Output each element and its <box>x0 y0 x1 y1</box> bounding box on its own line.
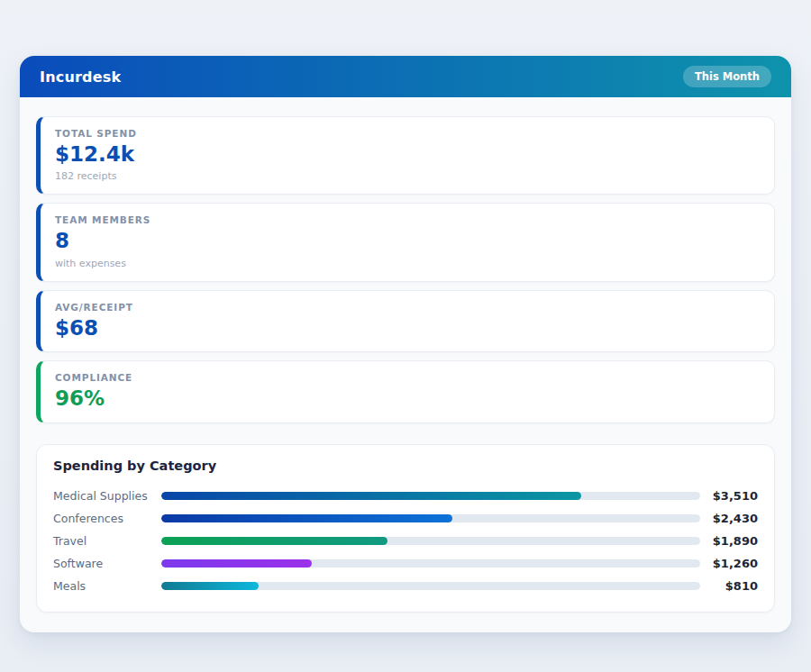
category-label: Travel <box>53 534 161 548</box>
bar-track <box>161 514 700 522</box>
category-value: $3,510 <box>700 489 758 503</box>
period-badge[interactable]: This Month <box>683 66 771 87</box>
bar-fill-software <box>161 559 312 568</box>
category-label: Conferences <box>53 512 161 525</box>
chart-row: Conferences $2,430 <box>53 507 758 530</box>
category-label: Software <box>53 557 161 570</box>
stat-card-avg-receipt: AVG/RECEIPT $68 <box>36 290 775 352</box>
stat-subtext: 182 receipts <box>55 170 760 182</box>
app-title: Incurdesk <box>40 68 121 86</box>
category-value: $1,260 <box>700 557 758 570</box>
category-value: $810 <box>700 579 758 593</box>
bar-fill-travel <box>161 537 387 545</box>
category-value: $1,890 <box>700 534 758 548</box>
bar-fill-conferences <box>161 514 452 522</box>
stat-label: TEAM MEMBERS <box>55 214 760 225</box>
bar-fill-meals <box>161 582 259 590</box>
app-header: Incurdesk This Month <box>20 56 791 97</box>
stat-subtext: with expenses <box>55 258 760 269</box>
bar-track <box>161 537 700 545</box>
category-value: $2,430 <box>700 512 758 525</box>
stat-label: TOTAL SPEND <box>55 128 760 139</box>
stat-card-team-members: TEAM MEMBERS 8 with expenses <box>36 203 775 281</box>
dashboard-body: TOTAL SPEND $12.4k 182 receipts TEAM MEM… <box>20 97 791 632</box>
spending-by-category-chart: Spending by Category Medical Supplies $3… <box>36 444 775 613</box>
stat-label: AVG/RECEIPT <box>55 302 760 313</box>
bar-track <box>161 559 700 568</box>
dashboard-panel: Incurdesk This Month TOTAL SPEND $12.4k … <box>20 56 791 632</box>
stat-card-compliance: COMPLIANCE 96% <box>36 360 775 422</box>
category-label: Meals <box>53 579 161 593</box>
chart-row: Meals $810 <box>53 575 758 597</box>
chart-row: Travel $1,890 <box>53 530 758 552</box>
stat-value: 96% <box>55 386 760 410</box>
bar-track <box>161 492 700 500</box>
category-label: Medical Supplies <box>53 489 161 503</box>
bar-fill-medical-supplies <box>161 492 581 500</box>
stat-value: $68 <box>55 316 760 340</box>
chart-row: Medical Supplies $3,510 <box>53 485 758 507</box>
stat-value: 8 <box>55 229 760 252</box>
chart-row: Software $1,260 <box>53 552 758 575</box>
stat-card-total-spend: TOTAL SPEND $12.4k 182 receipts <box>36 116 775 195</box>
bar-track <box>161 582 700 590</box>
stat-value: $12.4k <box>55 142 760 166</box>
stat-label: COMPLIANCE <box>55 372 760 383</box>
chart-title: Spending by Category <box>53 459 758 473</box>
